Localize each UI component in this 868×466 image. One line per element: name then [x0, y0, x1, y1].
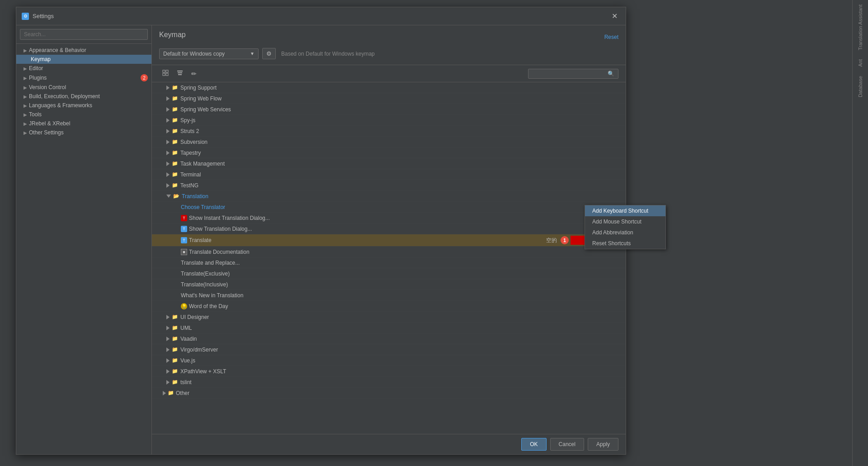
row-label: Word of the Day: [189, 303, 618, 309]
expand-arrow-icon: [166, 107, 170, 112]
context-menu-item-add-keyboard[interactable]: Add Keyboard Shortcut: [585, 205, 665, 216]
table-row[interactable]: T Translate 空的 1 2: [152, 234, 626, 247]
expand-arrow-icon: [166, 369, 170, 374]
row-label: Choose Translator: [181, 204, 588, 210]
keymap-search-input[interactable]: [532, 71, 608, 77]
svg-rect-4: [178, 72, 182, 73]
sidebar-item-label: Appearance & Behavior: [29, 47, 86, 53]
content-area: Keymap Reset Default for Windows copy ▼ …: [152, 25, 626, 454]
sidebar-item-jrebel[interactable]: ▶ JRebel & XRebel: [16, 119, 151, 128]
folder-icon: 📁: [171, 160, 179, 167]
close-button[interactable]: ✕: [609, 11, 620, 21]
database-label[interactable]: Database: [858, 76, 863, 97]
context-menu-item-reset-shortcuts[interactable]: Reset Shortcuts: [585, 238, 665, 249]
arrow-icon: ▶: [24, 103, 27, 108]
search-field: 🔍: [528, 69, 618, 79]
context-menu-item-add-mouse[interactable]: Add Mouse Shortcut: [585, 216, 665, 227]
table-row[interactable]: 📁 Terminal: [152, 169, 626, 180]
reset-link[interactable]: Reset: [604, 34, 618, 40]
table-row[interactable]: 📁 TestNG: [152, 180, 626, 191]
sidebar-item-tools[interactable]: ▶ Tools: [16, 110, 151, 119]
table-row[interactable]: 📁 Struts 2: [152, 126, 626, 137]
dialog-titlebar: ⚙ Settings ✕: [16, 7, 626, 25]
sidebar-item-languages[interactable]: ▶ Languages & Frameworks: [16, 101, 151, 110]
collapse-all-button[interactable]: [174, 68, 186, 79]
table-row[interactable]: Translate(Exclusive): [152, 268, 626, 279]
action-icon: T: [181, 226, 187, 232]
table-row[interactable]: 💡 Word of the Day: [152, 301, 626, 312]
apply-button[interactable]: Apply: [588, 438, 618, 451]
folder-icon: 📁: [171, 182, 179, 189]
table-row[interactable]: Translate and Replace...: [152, 257, 626, 268]
table-row[interactable]: 📁 Spring Web Services: [152, 104, 626, 115]
folder-icon: 📁: [171, 357, 179, 364]
badge-one: 1: [561, 236, 569, 244]
sidebar-item-label: Tools: [29, 111, 42, 118]
sidebar-item-appearance[interactable]: ▶ Appearance & Behavior: [16, 46, 151, 55]
table-row[interactable]: T Show Instant Translation Dialog...: [152, 213, 626, 223]
sidebar-item-build[interactable]: ▶ Build, Execution, Deployment: [16, 92, 151, 101]
sidebar-item-vcs[interactable]: ▶ Version Control: [16, 83, 151, 92]
table-row[interactable]: 📁 XPathView + XSLT: [152, 366, 626, 377]
row-label: XPathView + XSLT: [180, 368, 618, 375]
sidebar-item-plugins[interactable]: ▶ Plugins 2: [16, 73, 151, 83]
table-row[interactable]: 📁 Other: [152, 388, 626, 399]
ide-background: ⚙ Settings ✕ ▶ Appearance & Behavior: [0, 0, 868, 466]
keymap-name: Default for Windows copy: [163, 51, 225, 57]
expand-arrow-icon: [166, 151, 170, 155]
table-row[interactable]: 📁 Spy-js: [152, 115, 626, 126]
edit-button[interactable]: ✏: [188, 68, 200, 79]
table-row[interactable]: 📁 Subversion: [152, 137, 626, 147]
row-label: Translation: [182, 193, 618, 200]
table-row[interactable]: Choose Translator Ctrl+Shift+Y: [152, 202, 626, 213]
table-row[interactable]: 📁 Tapestry: [152, 147, 626, 158]
table-row[interactable]: Translate(Inclusive): [152, 279, 626, 290]
table-row[interactable]: 📂 Translation: [152, 191, 626, 202]
expand-arrow-icon: [166, 96, 170, 101]
expand-arrow-icon: [166, 347, 170, 352]
keymap-settings-button[interactable]: ⚙: [262, 48, 276, 59]
translation-assistant-label[interactable]: Translation Assistant: [858, 5, 863, 50]
sidebar-search-input[interactable]: [20, 29, 148, 40]
table-row[interactable]: 📁 Vaadin: [152, 333, 626, 344]
arrow-icon: ▶: [24, 66, 27, 71]
svg-rect-2: [163, 73, 165, 76]
table-row[interactable]: ■ Translate Documentation: [152, 247, 626, 257]
table-row[interactable]: What's New in Translation: [152, 290, 626, 301]
table-row[interactable]: T Show Translation Dialog... Ctrl+Shift+…: [152, 223, 626, 234]
table-row[interactable]: 📁 Virgo/dmServer: [152, 344, 626, 355]
expand-arrow-icon: [166, 337, 170, 341]
dialog-body: ▶ Appearance & Behavior Keymap ▶ Editor: [16, 25, 626, 454]
folder-icon: 📁: [171, 95, 179, 102]
content-header: Keymap Reset Default for Windows copy ▼ …: [152, 25, 626, 65]
context-menu: Add Keyboard Shortcut Add Mouse Shortcut…: [585, 205, 666, 249]
table-row[interactable]: 📁 Spring Support: [152, 82, 626, 93]
row-label: What's New in Translation: [181, 292, 618, 299]
sidebar-item-label: Other Settings: [29, 129, 64, 136]
ant-label[interactable]: Ant: [858, 59, 863, 67]
svg-rect-1: [166, 70, 168, 72]
settings-dialog: ⚙ Settings ✕ ▶ Appearance & Behavior: [16, 7, 626, 455]
sidebar-item-label: Plugins: [29, 75, 47, 81]
svg-rect-3: [166, 73, 168, 76]
table-row[interactable]: 📁 UML: [152, 323, 626, 333]
sidebar-item-other-settings[interactable]: ▶ Other Settings: [16, 128, 151, 137]
folder-icon: 📁: [171, 128, 179, 135]
cancel-button[interactable]: Cancel: [550, 438, 584, 451]
table-row[interactable]: 📁 Vue.js: [152, 355, 626, 366]
sidebar-item-editor[interactable]: ▶ Editor: [16, 64, 151, 73]
ok-button[interactable]: OK: [521, 438, 546, 451]
row-label: Vue.js: [180, 357, 618, 364]
sidebar-item-keymap[interactable]: Keymap: [16, 55, 151, 64]
table-row[interactable]: 📁 Spring Web Flow: [152, 93, 626, 104]
table-row[interactable]: 📁 tslint: [152, 377, 626, 388]
arrow-icon: ▶: [24, 130, 27, 135]
arrow-icon: ▶: [24, 85, 27, 90]
table-row[interactable]: 📁 UI Designer: [152, 312, 626, 323]
keymap-dropdown[interactable]: Default for Windows copy ▼: [159, 48, 259, 59]
context-menu-item-add-abbreviation[interactable]: Add Abbreviation: [585, 227, 665, 238]
sidebar-item-label: Keymap: [31, 56, 51, 62]
expand-all-button[interactable]: [159, 68, 172, 79]
table-row[interactable]: 📁 Task Management: [152, 158, 626, 169]
folder-icon: 📁: [171, 171, 179, 178]
